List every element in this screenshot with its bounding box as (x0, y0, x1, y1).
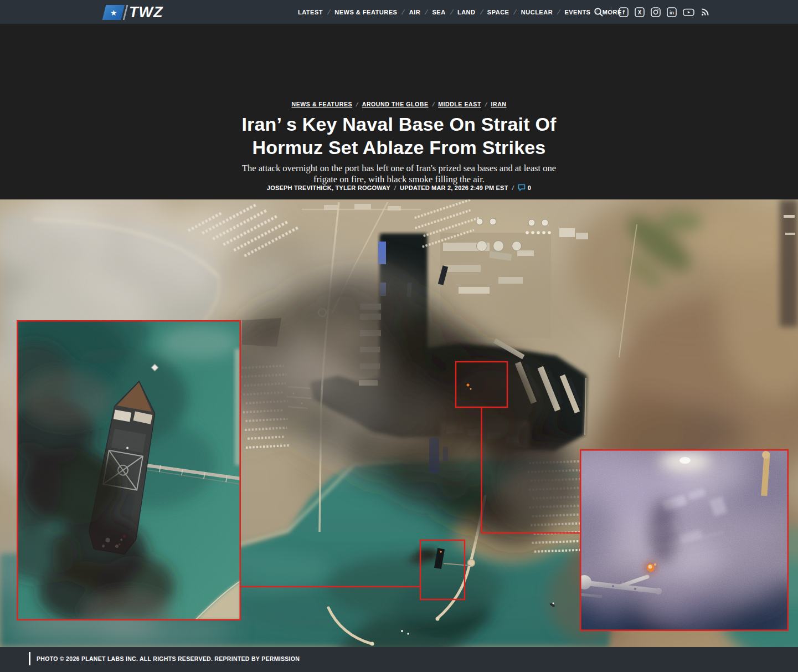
breadcrumb-separator: / (485, 101, 487, 107)
nav-divider (611, 7, 611, 17)
comment-bubble-icon (518, 184, 526, 191)
main-nav: LATEST / NEWS & FEATURES / AIR / SEA / L… (298, 0, 622, 24)
article-hero-photo (0, 199, 798, 647)
nav-item-air[interactable]: AIR (409, 9, 420, 16)
photo-caption-bar: PHOTO © 2026 PLANET LABS INC. ALL RIGHTS… (0, 647, 798, 672)
comment-count: 0 (528, 184, 531, 191)
nav-item-space[interactable]: SPACE (487, 9, 509, 16)
breadcrumb-around-globe[interactable]: AROUND THE GLOBE (362, 101, 429, 107)
nav-separator: / (327, 8, 330, 16)
nav-item-land[interactable]: LAND (457, 9, 476, 16)
site-logo[interactable]: ★ TWZ (104, 4, 163, 20)
nav-separator: / (450, 8, 453, 16)
rss-icon[interactable] (701, 7, 710, 17)
article-subtitle: The attack overnight on the port has lef… (240, 163, 558, 185)
byline-separator: / (512, 184, 514, 191)
fire-spot (467, 384, 470, 387)
top-nav-bar: ★ TWZ LATEST / NEWS & FEATURES / AIR / S… (0, 0, 798, 24)
x-glyph: X (638, 9, 642, 15)
article-hero: NEWS & FEATURES/AROUND THE GLOBE/MIDDLE … (0, 24, 798, 199)
nav-separator: / (557, 8, 560, 16)
updated-timestamp: UPDATED MAR 2, 2026 2:49 PM EST (400, 184, 508, 191)
nav-item-latest[interactable]: LATEST (298, 9, 323, 16)
byline-separator: / (394, 184, 396, 191)
search-icon[interactable] (594, 7, 604, 17)
x-icon[interactable]: X (635, 7, 645, 17)
linkedin-glyph: in (670, 10, 674, 16)
comments-link[interactable]: 0 (518, 184, 531, 191)
inset-burning-ship (0, 298, 241, 636)
linkedin-icon[interactable]: in (667, 7, 677, 17)
photo-credit: PHOTO © 2026 PLANET LABS INC. ALL RIGHTS… (37, 655, 300, 662)
instagram-icon[interactable] (651, 7, 661, 17)
facebook-glyph: f (622, 9, 625, 16)
breadcrumb-news-features[interactable]: NEWS & FEATURES (291, 101, 352, 107)
nav-item-news-features[interactable]: NEWS & FEATURES (334, 9, 397, 16)
page-title: Iran’ s Key Naval Base On Strait Of Horm… (217, 112, 582, 159)
breadcrumb: NEWS & FEATURES/AROUND THE GLOBE/MIDDLE … (0, 101, 798, 107)
nav-item-events[interactable]: EVENTS (564, 9, 590, 16)
breadcrumb-middle-east[interactable]: MIDDLE EAST (438, 101, 481, 107)
nav-separator: / (513, 8, 516, 16)
breadcrumb-separator: / (356, 101, 358, 107)
byline: JOSEPH TREVITHICK, TYLER ROGOWAY / UPDAT… (0, 184, 798, 191)
nav-separator: / (480, 8, 483, 16)
logo-flag-icon: ★ (102, 5, 127, 20)
facebook-icon[interactable]: f (619, 7, 629, 17)
youtube-icon[interactable] (683, 7, 694, 17)
satellite-photo (0, 199, 798, 647)
inset-burning-pier (547, 449, 798, 647)
breadcrumb-iran[interactable]: IRAN (491, 101, 506, 107)
logo-text: TWZ (129, 5, 163, 20)
breadcrumb-separator: / (432, 101, 435, 107)
caption-accent-bar (29, 652, 30, 665)
nav-utility: f X in (594, 0, 710, 24)
nav-separator: / (425, 8, 428, 16)
author-names[interactable]: JOSEPH TREVITHICK, TYLER ROGOWAY (267, 184, 390, 191)
nav-separator: / (401, 8, 404, 16)
nav-item-nuclear[interactable]: NUCLEAR (521, 9, 553, 16)
nav-item-sea[interactable]: SEA (432, 9, 445, 16)
